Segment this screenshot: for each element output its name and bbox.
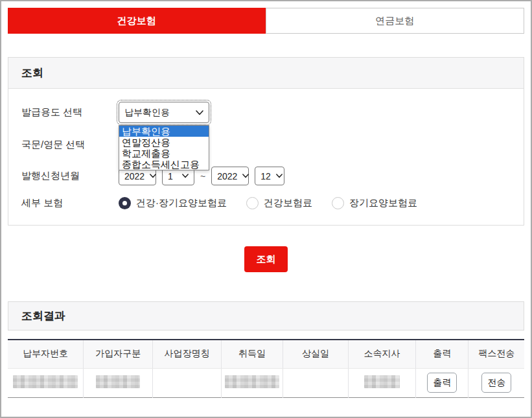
radio-label: 건강보험료 (264, 197, 312, 209)
chevron-down-icon (196, 110, 203, 115)
dropdown-option-selected[interactable]: 납부확인용 (119, 126, 209, 137)
radio-selected-icon (119, 197, 131, 209)
dropdown-option[interactable]: 종합소득세신고용 (119, 159, 209, 170)
results-table: 납부자번호 가입자구분 사업장명칭 취득일 상실일 소속지사 출력 팩스전송 출… (8, 339, 524, 398)
dropdown-option[interactable]: 학교제출용 (119, 148, 209, 159)
language-row: 국문/영문 선택 (21, 139, 511, 151)
period-row: 발행신청년월 2022 1 ~ 2022 (21, 167, 511, 185)
chevron-down-icon (150, 174, 156, 178)
col-acquisition-date: 취득일 (221, 340, 283, 368)
purpose-select-value: 납부확인용 (124, 107, 170, 119)
radio-unselected-icon (332, 197, 344, 209)
to-year-select[interactable]: 2022 (211, 167, 249, 185)
period-separator: ~ (200, 171, 205, 181)
language-label: 국문/영문 선택 (21, 139, 119, 151)
search-panel-title: 조회 (8, 58, 524, 89)
table-row: 출력 전송 (8, 368, 524, 397)
radio-longterm-only[interactable]: 장기요양보험료 (332, 197, 417, 209)
col-fax: 팩스전송 (468, 340, 524, 368)
redacted-acquisition-date (225, 375, 279, 388)
col-workplace-name: 사업장명칭 (153, 340, 221, 368)
purpose-row: 발급용도 선택 납부확인용 납부확인용 연말정산용 학교제출용 종합소득세신고용 (21, 102, 511, 123)
insurance-tabs: 건강보험 연금보험 (8, 8, 524, 34)
from-month-value: 1 (168, 171, 173, 181)
purpose-label: 발급용도 선택 (21, 106, 119, 119)
to-month-select[interactable]: 12 (255, 167, 284, 185)
col-print: 출력 (416, 340, 468, 368)
to-year-value: 2022 (217, 171, 237, 181)
chevron-down-icon (182, 174, 189, 178)
purpose-select[interactable]: 납부확인용 (119, 102, 209, 123)
detail-insurance-row: 세부 보험 건강·장기요양보험료 건강보험료 장기요양보험료 (21, 197, 511, 209)
print-button[interactable]: 출력 (427, 373, 457, 393)
search-panel-body: 발급용도 선택 납부확인용 납부확인용 연말정산용 학교제출용 종합소득세신고용… (8, 89, 524, 225)
dropdown-option[interactable]: 연말정산용 (119, 137, 209, 148)
col-payer-number: 납부자번호 (8, 340, 83, 368)
tab-pension-insurance[interactable]: 연금보험 (266, 8, 525, 34)
purpose-dropdown-list: 납부확인용 연말정산용 학교제출용 종합소득세신고용 (119, 125, 209, 170)
search-panel: 조회 발급용도 선택 납부확인용 납부확인용 연말정산용 학교제출용 종합소득세… (8, 57, 524, 226)
period-label: 발행신청년월 (21, 170, 119, 182)
chevron-down-icon (276, 174, 283, 178)
cell-loss-date (283, 368, 348, 397)
redacted-payer-number (13, 375, 78, 388)
redacted-subscriber-type (96, 375, 140, 388)
cell-workplace-name (153, 368, 221, 397)
radio-unselected-icon (246, 197, 259, 209)
radio-label: 장기요양보험료 (349, 197, 417, 209)
search-button[interactable]: 조회 (244, 246, 288, 272)
detail-insurance-label: 세부 보험 (21, 197, 119, 209)
col-branch: 소속지사 (348, 340, 415, 368)
fax-send-button[interactable]: 전송 (481, 373, 511, 393)
col-subscriber-type: 가입자구분 (83, 340, 153, 368)
from-year-value: 2022 (124, 171, 145, 181)
table-header-row: 납부자번호 가입자구분 사업장명칭 취득일 상실일 소속지사 출력 팩스전송 (8, 340, 524, 368)
col-loss-date: 상실일 (283, 340, 348, 368)
redacted-branch (364, 375, 400, 388)
radio-health-longterm[interactable]: 건강·장기요양보험료 (119, 197, 227, 209)
tab-health-insurance[interactable]: 건강보험 (8, 8, 266, 34)
results-title: 조회결과 (8, 301, 524, 331)
chevron-down-icon (242, 174, 249, 178)
radio-health-only[interactable]: 건강보험료 (246, 197, 312, 209)
radio-label: 건강·장기요양보험료 (136, 197, 227, 209)
to-month-value: 12 (260, 171, 271, 181)
